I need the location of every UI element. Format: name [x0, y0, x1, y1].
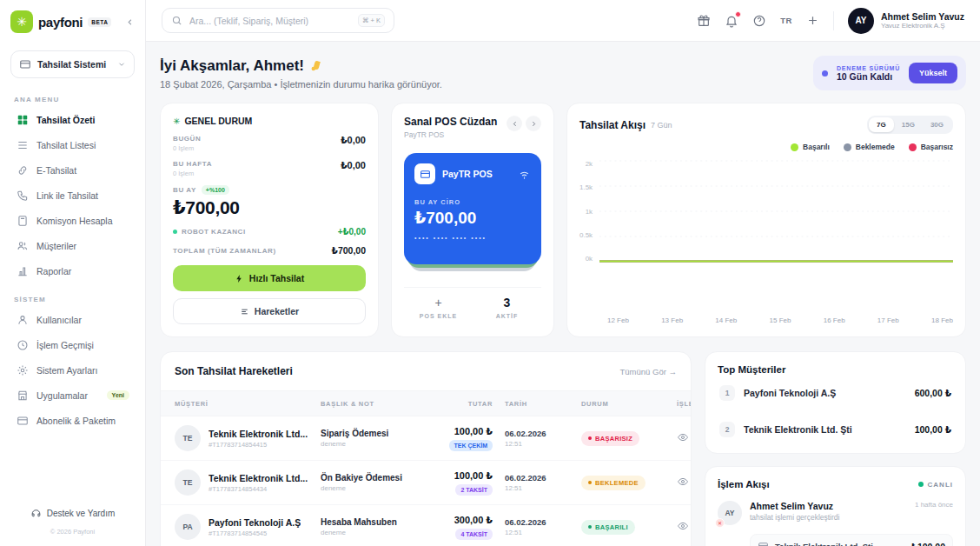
- gift-button[interactable]: [697, 14, 711, 28]
- workspace-selector[interactable]: Tahsilat Sistemi: [10, 50, 135, 78]
- search-input[interactable]: [189, 16, 351, 26]
- search-box[interactable]: ⌘ + K: [162, 8, 394, 33]
- percent-badge: +%100: [202, 185, 229, 195]
- total-value: ₺700,00: [332, 245, 366, 256]
- amount: 300,00 ₺: [442, 515, 493, 526]
- sidebar-item-link-ile-tahsilat[interactable]: Link ile Tahsilat: [10, 183, 135, 208]
- add-button[interactable]: [806, 14, 819, 27]
- sidebar-item-tahsilat-ozeti[interactable]: Tahsilat Özeti: [10, 107, 135, 132]
- view-transaction-button[interactable]: [677, 520, 689, 532]
- support-label: Destek ve Yardım: [47, 509, 116, 518]
- plus-icon: [806, 14, 819, 27]
- wallet-icon: [19, 58, 31, 70]
- activity-title: İşlem Akışı: [718, 479, 770, 489]
- grid-icon: [16, 113, 29, 126]
- sidebar-item-uygulamalar[interactable]: Uygulamalar Yeni: [10, 383, 135, 408]
- range-tabs: 7G 15G 30G: [867, 116, 953, 134]
- genel-durum-title: ✳ GENEL DURUM: [173, 116, 366, 126]
- sidebar-item-sistem-ayarlari[interactable]: Sistem Ayarları: [10, 357, 135, 383]
- beta-badge: BETA: [88, 17, 111, 27]
- pos-card-stack[interactable]: PayTR POS BU AY CİRO ₺700,00 •••• •••• •…: [404, 153, 541, 264]
- payfoni-logo-icon[interactable]: ✳: [10, 10, 33, 33]
- sidebar-item-kullanicilar[interactable]: Kullanıcılar: [10, 307, 135, 332]
- view-all-link[interactable]: Tümünü Gör →: [620, 367, 677, 376]
- top-customer-row[interactable]: 2 Teknik Elektronik Ltd. Şti 100,00 ₺: [718, 411, 953, 441]
- sidebar-item-raporlar[interactable]: Raporlar: [10, 258, 135, 283]
- activity-feed-card: İşlem Akışı CANLI AY✕ Ahmet Selim Yavuz …: [705, 466, 966, 546]
- table-row[interactable]: TE Teknik Elektronik Ltd... #T1778371485…: [161, 416, 691, 461]
- view-transaction-button[interactable]: [677, 431, 689, 443]
- activity-time: 1 hafta önce: [915, 501, 953, 509]
- customer-avatar: TE: [175, 469, 201, 496]
- gift-icon: [697, 14, 711, 28]
- user-icon: [16, 313, 29, 326]
- support-link[interactable]: Destek ve Yardım: [10, 503, 135, 524]
- amount: 100,00 ₺: [442, 426, 493, 437]
- section-label-system: SİSTEM: [14, 296, 135, 303]
- plus-icon: +: [404, 296, 473, 309]
- sidebar-item-musteriler[interactable]: Müşteriler: [10, 233, 135, 258]
- legend-dot-pending: [844, 143, 851, 151]
- payment-note: deneme: [321, 484, 442, 492]
- activity-user: Ahmet Selim Yavuz: [750, 501, 839, 511]
- tab-7g[interactable]: 7G: [869, 117, 894, 132]
- list-icon: [240, 307, 249, 316]
- movements-button[interactable]: Hareketler: [173, 298, 366, 324]
- stat-today: BUGÜN 0 İşlem ₺0,00: [173, 135, 366, 152]
- sidebar-item-e-tahsilat[interactable]: E-Tahsilat: [10, 157, 135, 183]
- activity-avatar: AY✕: [718, 501, 742, 525]
- tab-15g[interactable]: 15G: [894, 117, 923, 132]
- customer-name: Teknik Elektronik Ltd...: [209, 473, 308, 483]
- chart-plot-area: [599, 160, 953, 263]
- view-transaction-button[interactable]: [677, 476, 689, 488]
- table-row[interactable]: TE Teknik Elektronik Ltd... #T1778371485…: [161, 461, 691, 505]
- page-subtitle: 18 Şubat 2026, Çarşamba • İşletmenizin d…: [160, 79, 442, 90]
- stat-value: ₺0,00: [341, 160, 366, 171]
- amount: 100,00 ₺: [442, 470, 493, 482]
- customer-name: Teknik Elektronik Ltd. Şti: [744, 424, 852, 435]
- ciro-label: BU AY CİRO: [414, 198, 531, 206]
- table-row[interactable]: PA Payfoni Teknoloji A.Ş #T1778371485454…: [161, 505, 691, 546]
- tab-30g[interactable]: 30G: [923, 117, 951, 132]
- card-chip-icon: [414, 163, 435, 184]
- pos-wallet-subtitle: PayTR POS: [404, 130, 497, 139]
- date: 06.02.2026: [505, 517, 581, 527]
- payment-title: Hesaba Mahsuben: [321, 517, 442, 527]
- sidebar-item-islem-gecmisi[interactable]: İşlem Geçmişi: [10, 332, 135, 357]
- sidebar-item-tahsilat-listesi[interactable]: Tahsilat Listesi: [10, 132, 135, 157]
- robot-value: +₺0,00: [338, 227, 366, 236]
- avatar: AY: [848, 8, 874, 34]
- time: 12:51: [505, 440, 581, 448]
- stat-sub: 0 İşlem: [173, 144, 201, 152]
- pos-active-count: 3: [473, 296, 541, 309]
- upgrade-button[interactable]: Yükselt: [909, 63, 957, 83]
- user-menu[interactable]: AY Ahmet Selim Yavuz Yavuz Elektronik A.…: [848, 8, 964, 34]
- target-amount: ₺100,00: [911, 542, 945, 546]
- pos-prev-button[interactable]: [507, 116, 522, 131]
- target-customer: Teknik Elektronik Ltd. Şti: [775, 542, 873, 546]
- top-customers-title: Top Müşteriler: [718, 364, 953, 375]
- sidebar-item-komisyon-hesapla[interactable]: Komisyon Hesapla: [10, 208, 135, 233]
- activity-target-row[interactable]: Teknik Elektronik Ltd. Şti ₺100,00: [750, 534, 953, 546]
- ciro-value: ₺700,00: [414, 208, 531, 228]
- help-button[interactable]: [752, 14, 766, 28]
- top-customer-row[interactable]: 1 Payfoni Teknoloji A.Ş 600,00 ₺: [718, 375, 953, 404]
- notifications-button[interactable]: [725, 14, 738, 28]
- customer-avatar: TE: [175, 425, 201, 451]
- new-badge: Yeni: [107, 390, 129, 400]
- sidebar-collapse-button[interactable]: [125, 17, 135, 27]
- status-badge: BEKLEMEDE: [581, 476, 646, 490]
- eye-icon: [677, 476, 689, 488]
- activity-item[interactable]: AY✕ Ahmet Selim Yavuz tahsilat işlemi ge…: [718, 501, 953, 525]
- pos-add-button[interactable]: + POS EKLE: [404, 296, 473, 319]
- quick-collect-button[interactable]: Hızlı Tahsilat: [173, 265, 366, 291]
- language-switcher[interactable]: TR: [780, 16, 792, 25]
- pos-next-button[interactable]: [526, 116, 541, 131]
- payment-title: Sipariş Ödemesi: [321, 429, 442, 438]
- sidebar-item-abonelik-paketim[interactable]: Abonelik & Paketim: [10, 408, 135, 433]
- sparkle-icon: ✳: [173, 117, 180, 126]
- chart-legend: Başarılı Beklemede Başarısız: [579, 143, 953, 151]
- installment-badge: 4 TAKSİT: [455, 529, 493, 540]
- payment-title: Ön Bakiye Ödemesi: [321, 473, 442, 483]
- trial-banner: DENEME SÜRÜMÜ 10 Gün Kaldı Yükselt: [813, 56, 966, 90]
